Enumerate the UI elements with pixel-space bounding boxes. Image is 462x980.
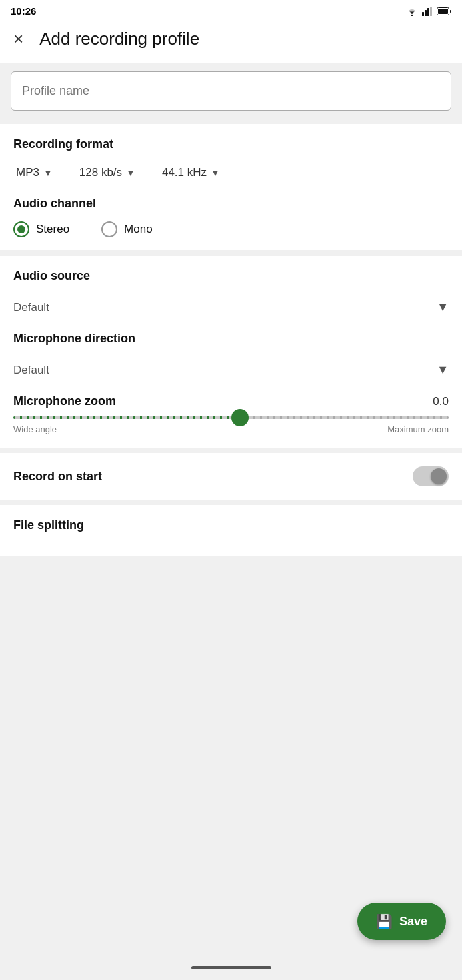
audio-source-dropdown[interactable]: Default ▼ xyxy=(13,294,449,321)
bottom-nav-indicator xyxy=(191,966,271,969)
mic-direction-title: Microphone direction xyxy=(13,332,449,346)
mic-direction-arrow-icon: ▼ xyxy=(437,363,449,377)
stereo-label: Stereo xyxy=(36,223,69,236)
format-dropdown[interactable]: MP3 ▼ xyxy=(13,162,55,183)
zoom-header: Microphone zoom 0.0 xyxy=(13,394,449,408)
audio-channel-radio-group: Stereo Mono xyxy=(13,221,449,237)
svg-rect-1 xyxy=(422,12,424,16)
slider-fill-right xyxy=(240,416,449,419)
svg-rect-4 xyxy=(430,7,432,16)
slider-thumb[interactable] xyxy=(231,409,249,426)
slider-labels: Wide angle Maximum zoom xyxy=(13,424,449,434)
save-icon: 💾 xyxy=(376,913,393,929)
stereo-option[interactable]: Stereo xyxy=(13,221,69,237)
mic-zoom-value: 0.0 xyxy=(433,395,449,408)
signal-icon xyxy=(422,7,433,16)
samplerate-dropdown[interactable]: 44.1 kHz ▼ xyxy=(159,162,223,183)
slider-fill-left xyxy=(13,416,240,419)
slider-min-label: Wide angle xyxy=(13,424,57,434)
bitrate-arrow-icon: ▼ xyxy=(126,167,135,178)
stereo-radio-inner xyxy=(17,225,25,233)
page-header: × Add recording profile xyxy=(0,19,462,63)
audio-channel-title: Audio channel xyxy=(13,197,449,211)
status-time: 10:26 xyxy=(11,5,36,17)
mic-direction-dropdown[interactable]: Default ▼ xyxy=(13,356,449,384)
mono-radio-circle xyxy=(101,221,117,237)
audio-source-section: Audio source Default ▼ Microphone direct… xyxy=(0,256,462,448)
mono-option[interactable]: Mono xyxy=(101,221,153,237)
record-on-start-row: Record on start xyxy=(13,466,449,486)
bitrate-dropdown[interactable]: 128 kb/s ▼ xyxy=(77,162,138,183)
format-arrow-icon: ▼ xyxy=(43,167,53,178)
format-dropdowns-row: MP3 ▼ 128 kb/s ▼ 44.1 kHz ▼ xyxy=(13,162,449,183)
audio-source-title: Audio source xyxy=(13,269,449,283)
mic-zoom-title: Microphone zoom xyxy=(13,394,116,408)
status-bar: 10:26 xyxy=(0,0,462,19)
mic-zoom-slider[interactable] xyxy=(13,416,449,419)
slider-track xyxy=(13,416,449,419)
record-on-start-section: Record on start xyxy=(0,453,462,500)
record-on-start-toggle[interactable] xyxy=(413,466,449,486)
svg-point-0 xyxy=(411,14,413,15)
profile-name-section xyxy=(0,63,462,119)
save-button[interactable]: 💾 Save xyxy=(357,903,446,940)
close-button[interactable]: × xyxy=(11,27,26,50)
wifi-icon xyxy=(406,7,418,16)
battery-icon xyxy=(437,7,451,15)
mono-label: Mono xyxy=(124,223,153,236)
status-icons xyxy=(406,7,451,16)
slider-max-label: Maximum zoom xyxy=(387,424,449,434)
audio-source-arrow-icon: ▼ xyxy=(437,300,449,314)
save-label: Save xyxy=(399,915,427,929)
page-title: Add recording profile xyxy=(39,29,199,49)
samplerate-arrow-icon: ▼ xyxy=(211,167,220,178)
toggle-knob xyxy=(431,468,447,484)
file-splitting-title: File splitting xyxy=(13,518,449,532)
svg-rect-2 xyxy=(425,10,427,16)
recording-format-section: Recording format MP3 ▼ 128 kb/s ▼ 44.1 k… xyxy=(0,124,462,250)
mic-direction-value: Default xyxy=(13,364,49,377)
profile-name-input[interactable] xyxy=(11,71,451,111)
svg-rect-3 xyxy=(427,8,429,16)
recording-format-title: Recording format xyxy=(13,137,449,151)
file-splitting-section: File splitting xyxy=(0,505,462,556)
stereo-radio-circle xyxy=(13,221,29,237)
record-on-start-label: Record on start xyxy=(13,470,102,484)
svg-rect-6 xyxy=(438,9,448,14)
audio-source-value: Default xyxy=(13,301,49,314)
